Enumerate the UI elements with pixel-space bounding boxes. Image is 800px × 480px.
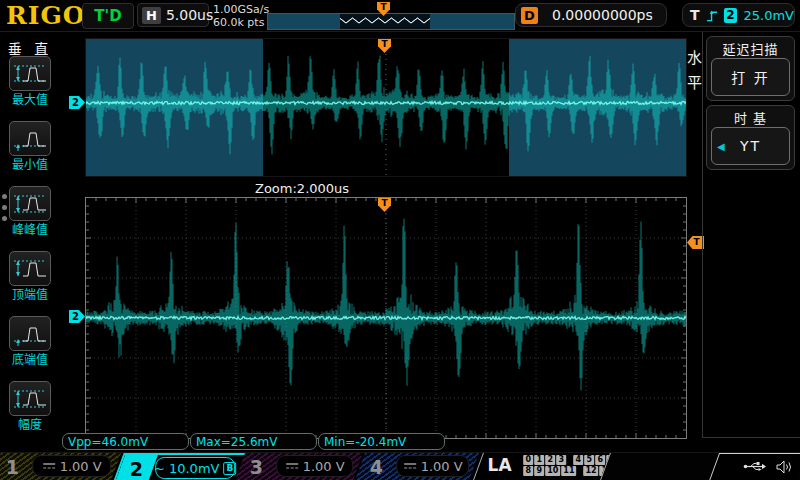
timebase-header: 时 基 xyxy=(707,108,794,127)
channel2-number: 2 xyxy=(115,455,158,480)
vtop-icon xyxy=(13,256,47,282)
channel3-scale: 1.00 V xyxy=(303,459,345,474)
vmax-button[interactable] xyxy=(9,56,51,91)
rising-edge-icon xyxy=(706,8,718,23)
acquisition-info: 1.00GSa/s 60.0k pts xyxy=(213,3,269,29)
overview-channel2-marker[interactable]: 2 xyxy=(69,96,85,109)
dc-coupling-icon xyxy=(42,461,56,471)
trigger-source-badge: 2 xyxy=(724,8,738,23)
vertical-measure-menu: 垂 直 最大值 xyxy=(0,32,60,452)
bandwidth-limit-icon: B xyxy=(223,462,236,475)
vpp-icon xyxy=(13,191,47,217)
preview-shade-right xyxy=(430,14,514,29)
channel3-status[interactable]: 3 1.00 V xyxy=(235,453,363,480)
vbase-button[interactable] xyxy=(9,316,51,351)
trigger-status: T'D xyxy=(94,7,121,25)
ac-coupling-icon: ~ xyxy=(154,461,165,476)
horizontal-label: H xyxy=(142,7,161,24)
measurement-max: Max=25.6mV xyxy=(190,433,317,450)
menu-dot xyxy=(2,205,7,210)
channel1-status[interactable]: 1 1.00 V xyxy=(0,453,121,480)
horizontal-timebase-box[interactable]: H 5.00us xyxy=(137,3,209,27)
channel2-status[interactable]: 2 ~ 10.0mV B xyxy=(112,453,247,480)
left-menu-title: 垂 直 xyxy=(0,38,60,58)
la-digit: 9 xyxy=(534,466,544,476)
channel4-status[interactable]: 4 1.00 V xyxy=(355,453,479,480)
measure-item-vmin[interactable]: 最小值 xyxy=(0,121,60,172)
timebase-mode-value: YT xyxy=(740,138,761,154)
trigger-level-value: 25.0mV xyxy=(743,8,794,23)
la-digit: 7 xyxy=(606,455,611,465)
channel4-number: 4 xyxy=(355,453,399,480)
vmax-icon xyxy=(13,61,47,87)
timebase-mode-button[interactable]: ◀ YT xyxy=(711,127,790,165)
menu-dot xyxy=(2,194,7,199)
la-digit: 5 xyxy=(584,455,594,465)
trigger-box[interactable]: T 2 25.0mV xyxy=(682,3,795,27)
vpp-label: 峰峰值 xyxy=(0,223,60,237)
delay-value: 0.00000000ps xyxy=(552,7,653,23)
la-digit: 0 xyxy=(523,455,533,465)
delay-box[interactable]: D 0.00000000ps xyxy=(515,3,667,27)
trigger-status-box: T'D xyxy=(82,3,134,29)
vamp-button[interactable] xyxy=(9,381,51,416)
peripheral-status xyxy=(709,453,800,480)
delay-label: D xyxy=(521,7,538,24)
oscilloscope-screen: RIGOL T'D H 5.00us 1.00GSa/s 60.0k pts T… xyxy=(0,0,800,480)
zoom-waveform xyxy=(86,198,686,438)
menu-divider xyxy=(702,437,800,438)
header-bar: RIGOL T'D H 5.00us 1.00GSa/s 60.0k pts T… xyxy=(0,0,800,32)
vtop-button[interactable] xyxy=(9,251,51,286)
channel2-scale: 10.0mV xyxy=(169,461,220,476)
channel4-scale: 1.00 V xyxy=(421,459,463,474)
zoom-waveform-area xyxy=(85,197,687,439)
vtop-label: 顶端值 xyxy=(0,288,60,302)
vmin-button[interactable] xyxy=(9,121,51,156)
la-label: LA xyxy=(488,455,512,475)
zoom-scale-label: Zoom:2.000us xyxy=(255,181,349,196)
measure-item-vpp[interactable]: 峰峰值 xyxy=(0,186,60,237)
menu-dot xyxy=(2,216,7,221)
la-digit: 6 xyxy=(595,455,605,465)
usb-icon xyxy=(743,460,767,473)
waveform-preview-bar[interactable] xyxy=(267,13,515,30)
la-digit: 3 xyxy=(556,455,566,465)
measurement-vpp: Vpp=46.0mV xyxy=(62,433,189,450)
channel1-scale: 1.00 V xyxy=(60,459,102,474)
measurement-min: Min=-20.4mV xyxy=(318,433,445,450)
channel4-scale-pill: 1.00 V xyxy=(396,455,469,477)
la-digit: 10 xyxy=(545,466,560,476)
vpp-button[interactable] xyxy=(9,186,51,221)
la-digit-grid: 0 1 2 3 4 5 6 7 8 9 10 11 12 1 xyxy=(523,455,611,477)
dc-coupling-icon xyxy=(285,461,299,471)
la-digit: 4 xyxy=(573,455,583,465)
channel3-scale-pill: 1.00 V xyxy=(276,455,353,477)
measure-item-vmax[interactable]: 最大值 xyxy=(0,56,60,107)
la-digit: 12 xyxy=(583,466,598,476)
overview-waveform xyxy=(86,39,686,176)
vmin-icon xyxy=(13,126,47,152)
speaker-icon xyxy=(775,460,793,474)
vmin-label: 最小值 xyxy=(0,158,60,172)
logic-analyzer-status[interactable]: LA 0 1 2 3 4 5 6 7 8 9 10 11 xyxy=(473,453,611,480)
zoom-channel2-marker[interactable]: 2 xyxy=(69,310,85,323)
vmax-label: 最大值 xyxy=(0,93,60,107)
timebase-section: 时 基 ◀ YT xyxy=(706,105,795,170)
delayed-sweep-section: 延迟扫描 打 开 xyxy=(706,36,795,101)
measure-item-vbase[interactable]: 底端值 xyxy=(0,316,60,367)
measure-item-vamp[interactable]: 幅度 xyxy=(0,381,60,432)
channel1-number: 1 xyxy=(0,453,35,480)
la-digit: 13 xyxy=(600,466,611,476)
preview-shade-left xyxy=(268,14,340,29)
measure-item-vtop[interactable]: 顶端值 xyxy=(0,251,60,302)
right-menu-title: 水平 xyxy=(683,50,704,100)
sample-rate: 1.00GSa/s xyxy=(213,3,269,16)
dc-coupling-icon xyxy=(403,461,417,471)
left-arrow-icon: ◀ xyxy=(717,141,727,152)
la-digit: 11 xyxy=(561,466,576,476)
trigger-label: T xyxy=(690,7,700,23)
delayed-sweep-button[interactable]: 打 开 xyxy=(711,58,790,96)
delayed-sweep-header: 延迟扫描 xyxy=(707,39,794,58)
la-digit: 1 xyxy=(534,455,544,465)
vamp-icon xyxy=(13,386,47,412)
